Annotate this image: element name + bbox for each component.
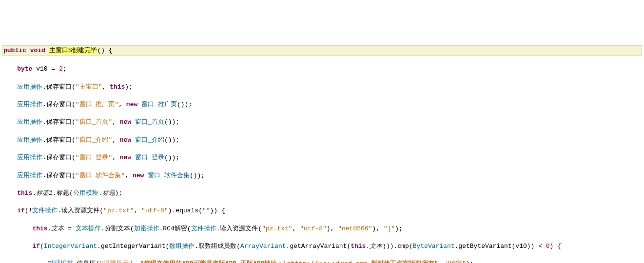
- o2: 加密操作: [134, 225, 159, 232]
- kw-this: this: [17, 189, 32, 197]
- num-2: 2: [59, 65, 63, 73]
- obj: 应用操作: [17, 118, 42, 126]
- mth: 保存窗口: [46, 136, 72, 144]
- kw-this: this: [351, 243, 366, 250]
- str: "utf-8": [141, 207, 168, 214]
- m4: getByteVariant: [458, 243, 511, 250]
- equals: equals: [176, 207, 198, 214]
- s: "utf-8": [300, 225, 327, 232]
- str: "": [202, 207, 210, 214]
- arg2: 标题: [102, 189, 115, 197]
- line-save-4: 应用操作.保存窗口("窗口_登录", new 窗口_登录());: [2, 153, 642, 162]
- cmp: cmp: [397, 243, 409, 250]
- method-name-highlight: 主窗口$创建完毕: [49, 47, 98, 54]
- m2: 取数组成员数: [198, 243, 236, 250]
- line-if1: if(!文件操作.读入资源文件("pz.txt", "utf-8").equal…: [2, 207, 642, 215]
- mem: 标签1: [36, 189, 53, 197]
- kw-new: new: [120, 118, 131, 126]
- str: "窗口_介绍": [76, 136, 112, 144]
- line-byte: byte v10 = 2;: [2, 65, 642, 74]
- line-save-2: 应用操作.保存窗口("窗口_首页", new 窗口_首页());: [2, 118, 642, 127]
- kw-if: if: [17, 207, 25, 214]
- code-block: public void 主窗口$创建完毕() { byte v10 = 2; 应…: [0, 36, 644, 263]
- str: "pz.txt": [103, 207, 134, 214]
- line-save-1: 应用操作.保存窗口("窗口_推广页", new 窗口_推广页());: [2, 100, 642, 109]
- str: "确定": [446, 260, 466, 263]
- ncls: 窗口_首页: [135, 118, 164, 126]
- kw-new: new: [120, 154, 131, 161]
- str: "温馨提示": [99, 260, 133, 263]
- line-save-0: 应用操作.保存窗口("主窗口", this);: [2, 83, 642, 92]
- str: "主窗口": [76, 83, 102, 91]
- mem: 文本: [51, 225, 64, 232]
- obj: 应用操作: [17, 101, 42, 108]
- line-save-3: 应用操作.保存窗口("窗口_介绍", new 窗口_介绍());: [2, 136, 642, 145]
- kw-void: void: [30, 47, 45, 54]
- o1: 文本操作: [76, 225, 101, 232]
- obj: 应用操作: [17, 83, 42, 91]
- kw-public: public: [3, 47, 26, 54]
- mth: 保存窗口: [46, 154, 72, 161]
- arg1: 公用模块: [73, 189, 98, 197]
- mth: 保存窗口: [46, 101, 72, 108]
- obj: 文件操作: [32, 207, 58, 214]
- obj: 应用操作: [17, 172, 42, 179]
- c1: IntegerVariant: [44, 243, 97, 250]
- mth: 保存窗口: [46, 83, 72, 91]
- s: "pz.txt": [262, 225, 292, 232]
- line-ifInt-a: if(IntegerVariant.getIntegerVariant(数组操作…: [2, 242, 642, 251]
- m3: getArrayVariant: [290, 243, 347, 250]
- m1: getIntegerVariant: [101, 243, 166, 250]
- obj: 应用操作: [17, 136, 42, 144]
- line-save-5: 应用操作.保存窗口("窗口_软件合集", new 窗口_软件合集());: [2, 171, 642, 180]
- str: "窗口_软件合集": [76, 172, 125, 179]
- str-msg: "您现在使用的APP可能是盗版APP,正版APP地址：\nhttp://www.…: [140, 260, 438, 263]
- mth: 标题: [57, 189, 69, 197]
- kw-this: this: [32, 225, 47, 232]
- mth: 读入资源文件: [61, 207, 99, 214]
- kw-if: if: [32, 243, 40, 250]
- str: "窗口_首页": [76, 118, 112, 126]
- mth: 保存窗口: [46, 118, 72, 126]
- kw-this: this: [110, 83, 125, 91]
- obj: 应用操作: [17, 154, 42, 161]
- eq: =: [51, 65, 55, 73]
- str: "窗口_登录": [76, 154, 112, 161]
- line-dlg-a: 对话框类.信息框("温馨提示", "您现在使用的APP可能是盗版APP,正版AP…: [2, 260, 642, 263]
- mth: 保存窗口: [46, 172, 72, 179]
- lt: <: [538, 243, 542, 250]
- ncls: 窗口_登录: [135, 154, 164, 161]
- m3: 读入资源文件: [220, 225, 258, 232]
- v: v10: [515, 243, 527, 250]
- o2: 数组操作: [169, 243, 195, 250]
- kw-new: new: [133, 172, 144, 179]
- c4: ByteVariant: [413, 243, 455, 250]
- ncls: 窗口_软件合集: [148, 172, 190, 179]
- line-signature: public void 主窗口$创建完毕() {: [2, 45, 642, 56]
- num-0: 0: [546, 243, 550, 250]
- kw-new: new: [120, 136, 131, 144]
- mem: 文本: [370, 243, 382, 250]
- mth: 信息框: [77, 260, 96, 263]
- obj: 对话框类: [48, 260, 73, 263]
- eq: =: [68, 225, 72, 232]
- s: "|": [384, 225, 395, 232]
- ncls: 窗口_介绍: [135, 136, 164, 144]
- kw-new: new: [126, 101, 137, 108]
- o3: 文件操作: [191, 225, 216, 232]
- kw-byte: byte: [17, 65, 32, 73]
- str: "窗口_推广页": [76, 101, 118, 108]
- m1: 分割文本: [105, 225, 130, 232]
- ncls: 窗口_推广页: [141, 101, 177, 108]
- line-assign1: this.文本 = 文本操作.分割文本(加密操作.RC4解密(文件操作.读入资源…: [2, 225, 642, 233]
- s: "net0566": [338, 225, 372, 232]
- c3: ArrayVariant: [240, 243, 286, 250]
- m2: RC4解密: [163, 225, 187, 232]
- line-title: this.标签1.标题(公用模块.标题);: [2, 189, 642, 198]
- var-v10: v10: [36, 65, 47, 73]
